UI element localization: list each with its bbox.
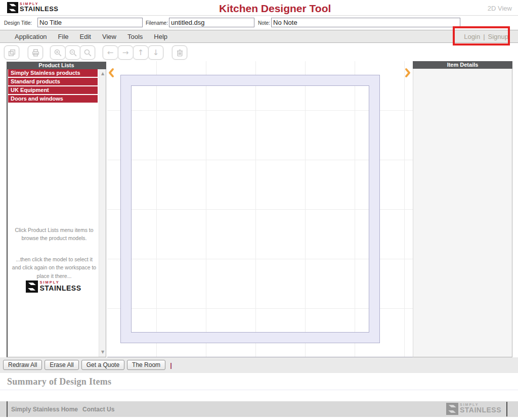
print-button[interactable] bbox=[28, 45, 43, 60]
menu-application[interactable]: Application bbox=[9, 33, 53, 40]
sidebar-item-simply-stainless-products[interactable]: Simply Stainless products bbox=[8, 69, 98, 77]
kitchen-designer-app: SIMPLY STAINLESS Kitchen Designer Tool 2… bbox=[0, 0, 518, 420]
toolbar: ← → ↑ ↓ bbox=[0, 43, 518, 61]
simply-stainless-logo-icon bbox=[26, 281, 38, 293]
menu-view[interactable]: View bbox=[97, 33, 122, 40]
design-workspace-canvas[interactable] bbox=[107, 61, 413, 357]
product-lists-body: Simply Stainless products Standard produ… bbox=[7, 69, 106, 357]
item-details-panel: Item Details bbox=[413, 61, 512, 357]
item-details-body bbox=[413, 69, 512, 357]
sidebar-brand-logo: SIMPLY STAINLESS bbox=[8, 281, 100, 293]
view-mode-label: 2D View bbox=[488, 5, 512, 12]
instructions-paragraph-1: Click Product Lists menu items to browse… bbox=[11, 226, 98, 243]
arrow-right-icon: → bbox=[122, 49, 129, 57]
summary-heading: Summary of Design Items bbox=[7, 377, 111, 387]
zoom-tool-button[interactable] bbox=[80, 45, 95, 60]
filename-input[interactable] bbox=[169, 18, 254, 27]
move-down-button[interactable]: ↓ bbox=[148, 45, 163, 60]
footer-divider-line bbox=[506, 402, 507, 416]
auth-separator: | bbox=[482, 33, 486, 40]
the-room-button[interactable]: The Room bbox=[127, 360, 165, 370]
menu-edit[interactable]: Edit bbox=[74, 33, 97, 40]
erase-all-button[interactable]: Erase All bbox=[45, 360, 78, 370]
actions-strip: Redraw All Erase All Get a Quote The Roo… bbox=[0, 357, 518, 373]
menu-bar: Application File Edit View Tools Help Lo… bbox=[0, 30, 518, 43]
simply-stainless-logo-icon bbox=[446, 403, 458, 415]
logo-text-stainless: STAINLESS bbox=[20, 6, 59, 12]
cube-icon bbox=[8, 49, 16, 57]
auth-links: Login | Signup bbox=[462, 30, 510, 42]
arrow-down-icon: ↓ bbox=[153, 49, 159, 57]
move-right-button[interactable]: → bbox=[118, 45, 133, 60]
get-a-quote-button[interactable]: Get a Quote bbox=[81, 360, 124, 370]
design-title-label: Design Title: bbox=[4, 20, 32, 26]
text-caret: | bbox=[170, 361, 172, 369]
arrow-up-icon: ↑ bbox=[138, 49, 144, 57]
product-lists-header: Product Lists bbox=[7, 62, 106, 69]
footer-bar: Simply Stainless Home Contact Us SIMPLY … bbox=[0, 401, 518, 417]
view-3d-button[interactable] bbox=[4, 45, 19, 60]
design-meta-row: Design Title: Filename: Note: bbox=[0, 16, 518, 30]
collapse-right-panel-chevron-icon[interactable] bbox=[404, 68, 411, 78]
design-title-input[interactable] bbox=[37, 18, 143, 27]
footer-contact-link[interactable]: Contact Us bbox=[82, 406, 114, 413]
magnifier-icon bbox=[83, 49, 92, 57]
item-details-header: Item Details bbox=[413, 61, 512, 69]
footer-left-edge bbox=[7, 401, 8, 417]
logo-text-stainless: STAINLESS bbox=[39, 285, 81, 292]
zoom-out-button[interactable] bbox=[65, 45, 80, 60]
product-lists-panel: Product Lists Simply Stainless products … bbox=[7, 62, 106, 357]
arrow-left-icon: ← bbox=[107, 49, 114, 57]
menu-file[interactable]: File bbox=[53, 33, 74, 40]
collapse-left-panel-chevron-icon[interactable] bbox=[108, 68, 115, 78]
zoom-out-icon bbox=[69, 49, 77, 57]
app-header: SIMPLY STAINLESS Kitchen Designer Tool 2… bbox=[0, 0, 518, 16]
scroll-up-arrow-icon[interactable]: ▲ bbox=[99, 70, 106, 77]
menu-tools[interactable]: Tools bbox=[122, 33, 148, 40]
move-left-button[interactable]: ← bbox=[103, 45, 118, 60]
login-link[interactable]: Login bbox=[462, 33, 482, 40]
scroll-down-arrow-icon[interactable]: ▼ bbox=[99, 349, 106, 356]
menu-help[interactable]: Help bbox=[148, 33, 173, 40]
summary-divider bbox=[0, 390, 518, 390]
logo-text-stainless: STAINLESS bbox=[460, 406, 501, 413]
simply-stainless-logo-icon bbox=[7, 2, 18, 13]
note-input[interactable] bbox=[271, 18, 460, 27]
filename-label: Filename: bbox=[146, 20, 168, 26]
simply-stainless-logo: SIMPLY STAINLESS bbox=[7, 2, 59, 13]
signup-link[interactable]: Signup bbox=[487, 33, 510, 40]
print-icon bbox=[31, 49, 40, 57]
redraw-all-button[interactable]: Redraw All bbox=[3, 360, 42, 370]
move-up-button[interactable]: ↑ bbox=[133, 45, 148, 60]
instructions-paragraph-2: ...then click the model to select it and… bbox=[11, 255, 98, 280]
footer-home-link[interactable]: Simply Stainless Home bbox=[11, 406, 78, 413]
sidebar-item-standard-products[interactable]: Standard products bbox=[8, 78, 98, 85]
delete-button[interactable] bbox=[172, 45, 187, 60]
trash-icon bbox=[176, 49, 184, 57]
sidebar-scrollbar[interactable]: ▲ ▼ bbox=[99, 69, 106, 357]
sidebar-item-doors-and-windows[interactable]: Doors and windows bbox=[8, 95, 98, 103]
footer-brand-logo: SIMPLY STAINLESS bbox=[446, 403, 501, 415]
page-title: Kitchen Designer Tool bbox=[219, 3, 331, 15]
zoom-in-icon bbox=[54, 49, 62, 57]
zoom-in-button[interactable] bbox=[50, 45, 65, 60]
room-outline bbox=[121, 75, 379, 343]
note-label: Note: bbox=[258, 20, 270, 26]
sidebar-item-uk-equipment[interactable]: UK Equipment bbox=[8, 86, 98, 94]
